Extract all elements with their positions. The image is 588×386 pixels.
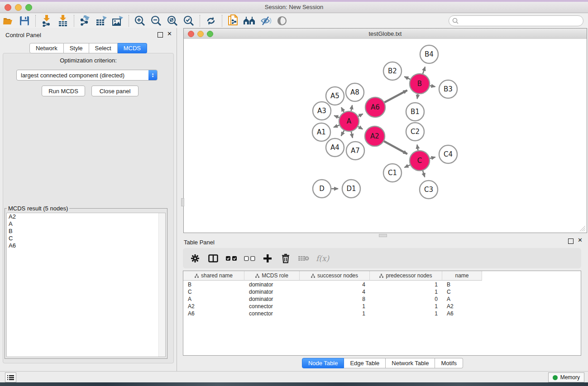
table-cell[interactable]: 1 [300,303,370,310]
tab-mcds[interactable]: MCDS [118,43,147,53]
mcds-result-list[interactable]: A2ABCA6 [6,213,166,357]
close-panel-button[interactable]: Close panel [91,86,139,96]
table-cell[interactable]: 1 [300,310,370,317]
first-neighbors-icon[interactable] [241,14,258,28]
table-cell[interactable]: 4 [300,288,370,295]
edge-A6-B[interactable] [384,91,407,103]
table-cell[interactable]: C [442,288,482,295]
zoom-selected-icon[interactable] [181,14,197,28]
tab-edge-table[interactable]: Edge Table [344,358,386,368]
table-cell[interactable]: 1 [370,281,442,288]
run-mcds-button[interactable]: Run MCDS [42,86,85,96]
edge-A-A5[interactable] [341,107,344,112]
table-cell[interactable]: 1 [370,288,442,295]
table-cell[interactable]: A2 [183,303,244,310]
function-builder-icon[interactable]: f(x) [316,252,329,265]
table-row[interactable]: Cdominator41C [183,288,581,295]
table-cell[interactable]: A [183,295,244,303]
column-layout-icon[interactable] [207,252,219,265]
table-cell[interactable]: dominator [244,288,300,295]
tab-node-table[interactable]: Node Table [302,358,344,368]
table-cell[interactable]: A6 [442,310,482,317]
mcds-result-item[interactable]: A2 [7,213,165,220]
zoom-fit-icon[interactable] [164,14,181,28]
open-file-icon[interactable] [0,14,16,28]
column-header-predecessor-nodes[interactable]: predecessor nodes [370,271,442,281]
table-cell[interactable]: dominator [244,281,300,288]
table-cell[interactable]: B [442,281,482,288]
hide-selected-icon[interactable] [258,14,274,28]
import-network-icon[interactable] [38,14,55,28]
close-table-panel-icon[interactable]: ✕ [578,237,583,243]
table-cell[interactable]: connector [244,303,300,310]
mcds-result-item[interactable]: A6 [7,242,165,249]
mcds-result-item[interactable]: B [7,228,165,235]
mcds-result-item[interactable]: C [7,235,165,242]
edge-B-B2[interactable] [404,76,410,79]
memory-button[interactable]: Memory [548,372,584,382]
edge-A-A4[interactable] [341,130,344,136]
float-panel-icon[interactable] [158,32,163,38]
export-network-icon[interactable] [77,14,93,28]
show-all-icon[interactable] [274,14,290,28]
mcds-result-item[interactable]: A [7,220,165,228]
export-table-icon[interactable] [93,14,110,28]
column-header-successor-nodes[interactable]: successor nodes [300,271,370,281]
deselect-all-icon[interactable] [244,252,255,265]
edge-C-C1[interactable] [404,165,410,167]
delete-column-icon[interactable] [280,252,292,265]
edge-A-A6[interactable] [358,114,363,117]
optimization-criterion-select[interactable]: largest connected component (directed) ▲… [16,70,158,81]
edge-A-A7[interactable] [351,131,353,138]
edge-B-B4[interactable] [423,67,425,74]
search-field[interactable] [449,15,583,26]
edge-B-B1[interactable] [417,94,418,99]
zoom-out-icon[interactable] [148,14,164,28]
table-row[interactable]: A6connector11A6 [183,310,581,317]
table-cell[interactable]: 1 [370,303,442,310]
node-table[interactable]: shared nameMCDS rolesuccessor nodesprede… [183,271,581,356]
refresh-icon[interactable] [203,14,219,28]
duplicate-network-icon[interactable] [225,14,241,28]
edge-B-B3[interactable] [430,86,435,86]
zoom-in-icon[interactable] [132,14,148,28]
table-cell[interactable]: A2 [442,303,482,310]
import-table-icon[interactable] [55,14,71,28]
network-graph-canvas[interactable]: B4B2BB3A5A8A6B1A3AC2A1A2A4A7C4CC1C3DD1 [184,39,587,233]
save-session-icon[interactable] [16,14,33,28]
table-cell[interactable]: C [183,288,244,295]
search-input[interactable] [459,17,583,25]
tab-motifs[interactable]: Motifs [435,358,463,368]
export-image-icon[interactable] [110,14,126,28]
edge-C-C2[interactable] [417,145,418,151]
window-resize-grip[interactable] [579,225,586,232]
result-list-scrollbar[interactable] [158,213,165,357]
delete-table-icon[interactable] [298,252,310,265]
column-header-name[interactable]: name [442,271,482,281]
edge-A-A3[interactable] [334,115,339,117]
edge-C-C4[interactable] [430,157,435,158]
edge-A-A2[interactable] [358,127,363,129]
column-header-MCDS-role[interactable]: MCDS role [244,271,300,281]
task-history-button[interactable] [5,372,16,382]
table-cell[interactable]: 1 [370,310,442,317]
table-cell[interactable]: connector [244,310,300,317]
edge-A-A8[interactable] [351,105,353,111]
table-cell[interactable]: 4 [300,281,370,288]
column-header-shared-name[interactable]: shared name [183,271,244,281]
close-panel-icon[interactable]: ✕ [167,30,172,37]
float-table-panel-icon[interactable] [568,238,574,244]
table-cell[interactable]: 8 [300,295,370,303]
table-row[interactable]: Adominator80A [183,295,581,303]
tab-network[interactable]: Network [29,43,64,53]
table-cell[interactable]: A6 [183,310,244,317]
table-cell[interactable]: dominator [244,295,300,303]
split-divider-handle[interactable] [181,198,184,206]
table-cell[interactable]: B [183,281,244,288]
edge-A2-C[interactable] [384,141,407,154]
add-column-icon[interactable] [262,252,273,265]
table-cell[interactable]: 0 [370,295,442,303]
edge-A-A1[interactable] [334,125,339,127]
tab-network-table[interactable]: Network Table [386,358,435,368]
edge-C-C3[interactable] [423,171,425,177]
